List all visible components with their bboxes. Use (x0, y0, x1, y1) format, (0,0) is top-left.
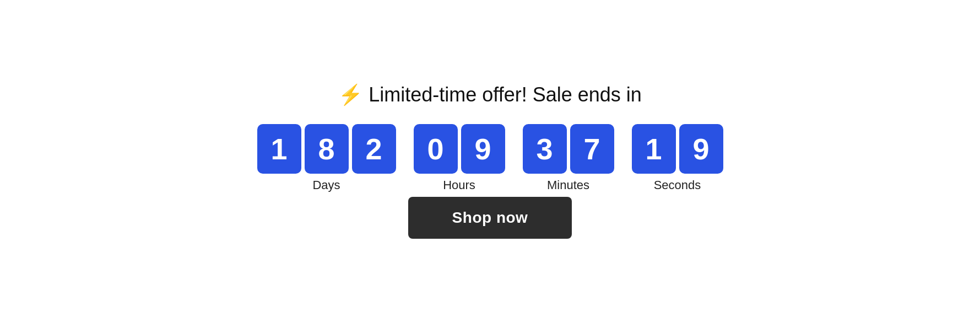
seconds-label: Seconds (654, 178, 701, 192)
days-digit-3: 2 (352, 124, 396, 174)
seconds-digits: 1 9 (632, 124, 723, 174)
lightning-icon: ⚡ (338, 83, 363, 106)
countdown-timer: 1 8 2 Days 0 9 Hours 3 7 Minutes 1 9 (257, 124, 723, 192)
hours-digit-2: 9 (461, 124, 505, 174)
minutes-unit: 3 7 Minutes (523, 124, 614, 192)
hours-digits: 0 9 (414, 124, 505, 174)
seconds-digit-1: 1 (632, 124, 676, 174)
seconds-digit-2: 9 (679, 124, 723, 174)
main-container: ⚡ Limited-time offer! Sale ends in 1 8 2… (257, 83, 723, 239)
days-unit: 1 8 2 Days (257, 124, 396, 192)
days-label: Days (312, 178, 340, 192)
minutes-digit-2: 7 (570, 124, 614, 174)
days-digit-1: 1 (257, 124, 301, 174)
hours-unit: 0 9 Hours (414, 124, 505, 192)
headline-text: Limited-time offer! Sale ends in (369, 83, 642, 106)
headline: ⚡ Limited-time offer! Sale ends in (338, 83, 642, 106)
minutes-label: Minutes (547, 178, 589, 192)
minutes-digit-1: 3 (523, 124, 567, 174)
days-digit-2: 8 (305, 124, 349, 174)
shop-now-button[interactable]: Shop now (408, 197, 572, 239)
days-digits: 1 8 2 (257, 124, 396, 174)
hours-digit-1: 0 (414, 124, 458, 174)
seconds-unit: 1 9 Seconds (632, 124, 723, 192)
hours-label: Hours (443, 178, 475, 192)
minutes-digits: 3 7 (523, 124, 614, 174)
